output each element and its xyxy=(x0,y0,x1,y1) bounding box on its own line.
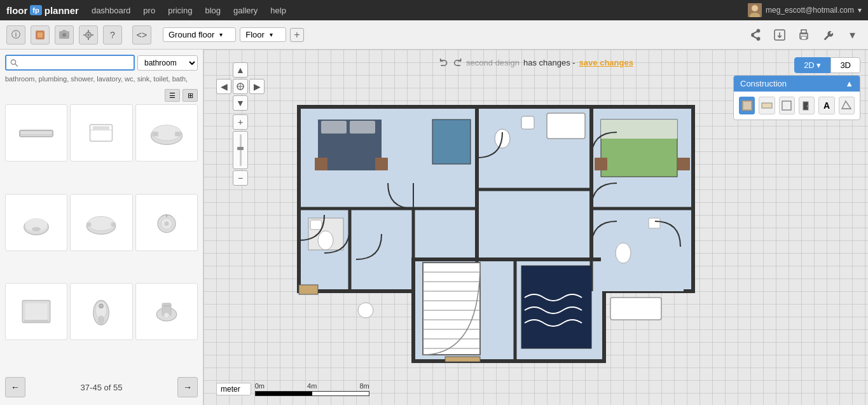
svg-rect-88 xyxy=(356,218,407,282)
svg-rect-76 xyxy=(432,120,471,164)
construction-collapse[interactable]: ▲ xyxy=(845,79,853,88)
svg-rect-71 xyxy=(350,121,375,134)
svg-rect-105 xyxy=(445,357,480,362)
door-tool[interactable] xyxy=(799,97,815,114)
add-floor-button[interactable]: + xyxy=(290,28,304,42)
roof-tool[interactable] xyxy=(779,97,795,114)
ground-floor-dropdown[interactable]: Ground floor xyxy=(163,27,236,42)
search-input[interactable]: bathroom xyxy=(21,58,130,67)
svg-point-6 xyxy=(62,33,66,37)
left-panel: bathroom bathroom furniture kitchen bath… xyxy=(0,50,203,405)
undo-icon[interactable] xyxy=(438,57,448,67)
search-category-select[interactable]: bathroom furniture kitchen xyxy=(137,55,198,71)
list-item[interactable] xyxy=(135,104,198,161)
info-button[interactable]: ⓘ xyxy=(6,25,25,45)
scale-unit-select[interactable]: meter xyxy=(216,383,251,395)
help-button[interactable]: ? xyxy=(103,25,122,45)
svg-point-33 xyxy=(32,227,41,231)
scale-label-0m: 0m xyxy=(255,382,265,390)
zoom-slider[interactable] xyxy=(233,131,248,169)
scale-bar-visual xyxy=(255,391,369,396)
list-item[interactable] xyxy=(135,194,198,251)
svg-point-9 xyxy=(87,34,90,36)
wrench-button[interactable] xyxy=(818,25,837,45)
search-tags: bathroom, plumbing, shower, lavatory, wc… xyxy=(5,74,198,84)
text-tool[interactable]: A xyxy=(818,97,834,114)
search-icon xyxy=(10,58,18,67)
list-item[interactable] xyxy=(5,194,67,251)
svg-rect-87 xyxy=(310,220,322,230)
app-logo[interactable]: floor fp planner xyxy=(6,5,79,16)
floor-dropdown[interactable]: Floor xyxy=(240,27,286,42)
svg-point-51 xyxy=(163,313,169,319)
2d-view-button[interactable]: 2D ▾ xyxy=(794,57,830,73)
list-item[interactable] xyxy=(5,283,67,340)
construction-title: Construction xyxy=(740,79,787,88)
canvas-area[interactable]: second design has changes - save changes… xyxy=(203,50,868,405)
object-button[interactable] xyxy=(31,25,50,45)
zoom-out-button[interactable]: − xyxy=(233,170,248,186)
svg-point-89 xyxy=(358,303,373,318)
nav-blog[interactable]: blog xyxy=(205,6,221,15)
svg-rect-109 xyxy=(762,103,772,108)
construction-panel: Construction ▲ A xyxy=(733,75,860,120)
svg-rect-36 xyxy=(87,223,92,226)
svg-point-47 xyxy=(98,315,105,324)
redo-icon[interactable] xyxy=(452,57,462,67)
pan-up-button[interactable]: ▲ xyxy=(233,62,248,78)
floor-selector: Ground floor Floor + xyxy=(163,27,304,42)
floor-plan xyxy=(235,75,712,395)
nav-dashboard[interactable]: dashboard xyxy=(92,6,130,15)
list-item[interactable] xyxy=(70,283,132,340)
3d-view-button[interactable]: 3D xyxy=(830,57,860,73)
save-prefix: second design xyxy=(466,58,520,67)
scale-bar: meter 0m 4m 8m xyxy=(216,382,369,396)
list-item[interactable] xyxy=(5,104,67,161)
next-page-button[interactable]: → xyxy=(177,377,198,397)
svg-rect-102 xyxy=(610,298,661,320)
scale-label-4m: 4m xyxy=(307,382,317,390)
floor-label: Floor xyxy=(245,30,265,39)
user-menu[interactable]: meg_escott@hotmail.com ▾ xyxy=(748,3,862,17)
code-button[interactable]: <> xyxy=(132,25,151,45)
export-button[interactable] xyxy=(770,25,789,45)
more-button[interactable]: ▾ xyxy=(843,25,862,45)
list-view-btn[interactable]: ☰ xyxy=(165,89,180,102)
canvas-controls: ▲ ◀ ▶ ▼ + − xyxy=(216,62,265,186)
svg-rect-106 xyxy=(299,285,318,294)
construction-tools: A xyxy=(734,92,860,120)
pan-left-button[interactable]: ◀ xyxy=(216,79,231,94)
settings-button[interactable] xyxy=(79,25,98,45)
svg-point-86 xyxy=(318,231,333,250)
svg-rect-4 xyxy=(38,32,43,38)
svg-rect-73 xyxy=(375,158,388,170)
erase-tool[interactable] xyxy=(839,97,855,114)
items-grid xyxy=(5,104,198,369)
svg-point-1 xyxy=(752,5,758,11)
nav-pricing[interactable]: pricing xyxy=(168,6,192,15)
share-button[interactable] xyxy=(746,25,765,45)
wall-tool[interactable] xyxy=(739,97,755,114)
search-bar: bathroom bathroom furniture kitchen xyxy=(5,55,198,71)
zoom-in-button[interactable]: + xyxy=(233,114,248,130)
save-link[interactable]: save changes xyxy=(579,58,633,67)
pan-down-button[interactable]: ▼ xyxy=(233,95,248,111)
toolbar: ⓘ ? <> Ground floor Floor + ▾ xyxy=(0,20,868,50)
pan-center-button[interactable] xyxy=(233,79,248,94)
list-item[interactable] xyxy=(135,283,198,340)
pan-right-button[interactable]: ▶ xyxy=(249,79,265,94)
print-button[interactable] xyxy=(794,25,813,45)
prev-page-button[interactable]: ← xyxy=(5,377,25,397)
nav-gallery[interactable]: gallery xyxy=(233,6,258,15)
nav-help[interactable]: help xyxy=(270,6,286,15)
search-input-wrapper[interactable]: bathroom xyxy=(5,55,135,71)
list-item[interactable] xyxy=(70,194,132,251)
photo-button[interactable] xyxy=(55,25,74,45)
toolbar-right: ▾ xyxy=(746,25,862,45)
floor-tool[interactable] xyxy=(759,97,775,114)
svg-rect-29 xyxy=(153,132,158,137)
grid-view-btn[interactable]: ⊞ xyxy=(183,89,198,102)
list-item[interactable] xyxy=(70,104,132,161)
svg-rect-30 xyxy=(175,132,181,137)
nav-pro[interactable]: pro xyxy=(143,6,155,15)
